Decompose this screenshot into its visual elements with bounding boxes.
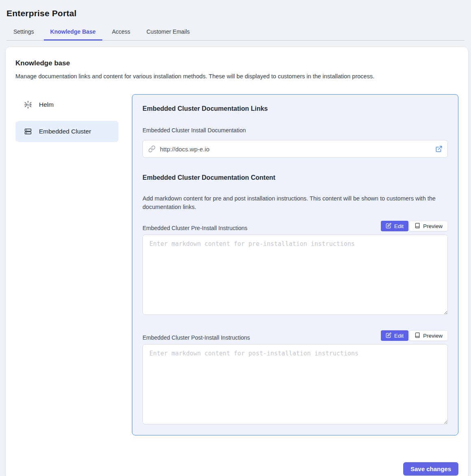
pre-install-mode-toggle: Edit Preview (381, 221, 448, 231)
embedded-cluster-panel: Embedded Cluster Documentation Links Emb… (132, 94, 458, 435)
pre-install-edit-button[interactable]: Edit (381, 221, 408, 231)
knowledge-base-card: Knowledge base Manage documentation link… (6, 47, 468, 476)
book-icon (415, 332, 420, 339)
tab-bar: Settings Knowledge Base Access Customer … (6, 24, 465, 41)
tab-settings[interactable]: Settings (7, 24, 41, 40)
section-title: Knowledge base (15, 59, 458, 67)
pre-install-markdown-textarea[interactable] (143, 235, 448, 315)
nav-item-helm[interactable]: HELM Helm (15, 94, 119, 115)
external-link-icon[interactable] (435, 145, 443, 154)
pre-install-preview-button[interactable]: Preview (409, 221, 448, 231)
pencil-square-icon (386, 332, 391, 339)
preview-button-label: Preview (423, 333, 443, 339)
install-doc-url-input[interactable] (143, 140, 448, 158)
svg-text:HELM: HELM (25, 103, 32, 106)
nav-item-label: Helm (39, 101, 54, 108)
preview-button-label: Preview (423, 223, 443, 229)
install-method-nav: HELM Helm Embedded Cluster (15, 94, 119, 148)
tab-knowledge-base[interactable]: Knowledge Base (44, 24, 102, 40)
tab-customer-emails[interactable]: Customer Emails (140, 24, 197, 40)
save-changes-button[interactable]: Save changes (403, 462, 458, 476)
helm-wheel-icon: HELM (24, 100, 32, 109)
links-heading: Embedded Cluster Documentation Links (143, 105, 448, 112)
post-install-markdown-textarea[interactable] (143, 344, 448, 424)
section-description: Manage documentation links and content f… (15, 73, 458, 80)
card-footer: Save changes (15, 462, 458, 476)
pre-install-header: Embedded Cluster Pre-Install Instruction… (143, 221, 448, 231)
edit-button-label: Edit (394, 223, 404, 229)
nav-item-embedded-cluster[interactable]: Embedded Cluster (15, 121, 119, 142)
server-stack-icon (24, 127, 32, 136)
tab-access[interactable]: Access (106, 24, 137, 40)
content-row: HELM Helm Embedded Cluster Embedde (15, 94, 458, 435)
post-install-edit-button[interactable]: Edit (381, 330, 408, 341)
install-doc-field (143, 140, 448, 158)
install-doc-label: Embedded Cluster Install Documentation (143, 127, 448, 134)
link-icon (148, 145, 156, 154)
nav-item-label: Embedded Cluster (39, 128, 91, 135)
post-install-header: Embedded Cluster Post-Install Instructio… (143, 330, 448, 341)
pre-install-label: Embedded Cluster Pre-Install Instruction… (143, 225, 247, 231)
edit-button-label: Edit (394, 333, 404, 339)
post-install-label: Embedded Cluster Post-Install Instructio… (143, 334, 250, 341)
app-header: Enterprise Portal Settings Knowledge Bas… (0, 0, 471, 41)
post-install-preview-button[interactable]: Preview (409, 330, 448, 341)
book-icon (415, 223, 420, 230)
content-heading: Embedded Cluster Documentation Content (143, 174, 448, 181)
page-title: Enterprise Portal (6, 8, 465, 19)
pencil-square-icon (386, 223, 391, 230)
content-description: Add markdown content for pre and post in… (143, 194, 448, 211)
post-install-mode-toggle: Edit Preview (381, 330, 448, 341)
